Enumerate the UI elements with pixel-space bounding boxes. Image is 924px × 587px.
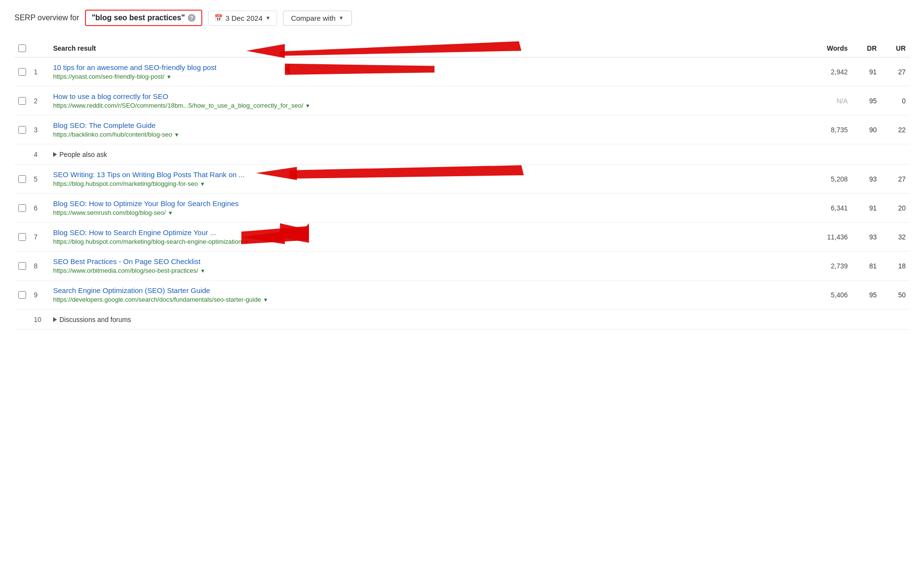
row-num: 6 (30, 194, 49, 223)
check-cell (14, 144, 30, 165)
special-row-label: Discussions and forums (59, 316, 131, 323)
words-cell: 11,436 (803, 223, 852, 252)
serp-header: SERP overview for "blog seo best practic… (14, 10, 910, 26)
result-url-row: https://blog.hubspot.com/marketing/blogg… (53, 180, 799, 187)
result-url-link[interactable]: https://blog.hubspot.com/marketing/blogg… (53, 180, 198, 187)
ur-cell: 27 (881, 57, 910, 86)
url-dropdown-icon[interactable]: ▼ (200, 268, 206, 274)
date-button[interactable]: 📅 3 Dec 2024 ▼ (208, 11, 277, 26)
url-dropdown-icon[interactable]: ▼ (263, 297, 268, 303)
result-cell: SEO Best Practices - On Page SEO Checkli… (49, 252, 803, 280)
row-checkbox[interactable] (18, 68, 26, 76)
special-row-content: Discussions and forums (49, 309, 881, 330)
result-cell: Blog SEO: How to Search Engine Optimize … (49, 223, 803, 252)
expand-triangle-icon (53, 317, 57, 322)
result-title-link[interactable]: SEO Best Practices - On Page SEO Checkli… (53, 257, 799, 266)
result-url-link[interactable]: https://www.orbitmedia.com/blog/seo-best… (53, 267, 198, 274)
row-checkbox[interactable] (18, 175, 26, 183)
col-header-result: Search result (49, 40, 803, 57)
result-url-link[interactable]: https://backlinko.com/hub/content/blog-s… (53, 131, 172, 138)
check-cell (14, 223, 30, 252)
compare-button[interactable]: Compare with ▼ (283, 11, 352, 26)
url-dropdown-icon[interactable]: ▼ (305, 103, 310, 109)
result-title-link[interactable]: SEO Writing: 13 Tips on Writing Blog Pos… (53, 170, 799, 179)
words-cell: 2,739 (803, 252, 852, 280)
ur-cell: 27 (881, 165, 910, 194)
expand-toggle[interactable]: Discussions and forums (53, 316, 131, 323)
check-cell (14, 115, 30, 144)
dr-cell: 91 (852, 194, 881, 223)
result-title-link[interactable]: How to use a blog correctly for SEO (53, 92, 799, 100)
table-row: 9 Search Engine Optimization (SEO) Start… (14, 280, 910, 309)
result-cell: Blog SEO: The Complete Guide https://bac… (49, 115, 803, 144)
compare-chevron-icon: ▼ (338, 15, 344, 21)
special-row-label: People also ask (59, 151, 107, 158)
expand-toggle[interactable]: People also ask (53, 151, 107, 158)
check-cell (14, 165, 30, 194)
url-dropdown-icon[interactable]: ▼ (200, 181, 205, 187)
result-title-link[interactable]: Blog SEO: How to Search Engine Optimize … (53, 228, 799, 237)
table-row: 10 Discussions and forums (14, 309, 910, 330)
result-title-link[interactable]: Blog SEO: How to Optimize Your Blog for … (53, 199, 799, 208)
url-dropdown-icon[interactable]: ▼ (168, 210, 173, 216)
col-header-dr: DR (852, 40, 881, 57)
ur-cell: 20 (881, 194, 910, 223)
row-num: 7 (30, 223, 49, 252)
row-checkbox[interactable] (18, 126, 26, 134)
result-cell: 10 tips for an awesome and SEO-friendly … (49, 57, 803, 86)
keyword-box: "blog seo best practices" ? (85, 10, 202, 26)
url-dropdown-icon[interactable]: ▼ (244, 239, 249, 245)
result-url-row: https://www.reddit.com/r/SEO/comments/18… (53, 102, 799, 109)
row-num: 1 (30, 57, 49, 86)
col-header-ur: UR (881, 40, 910, 57)
result-url-link[interactable]: https://www.semrush.com/blog/blog-seo/ (53, 209, 166, 216)
url-dropdown-icon[interactable]: ▼ (167, 74, 172, 80)
ur-cell: 22 (881, 115, 910, 144)
check-cell (14, 194, 30, 223)
table-row: 1 10 tips for an awesome and SEO-friendl… (14, 57, 910, 86)
row-num: 10 (30, 309, 49, 330)
table-row: 5 SEO Writing: 13 Tips on Writing Blog P… (14, 165, 910, 194)
result-url-link[interactable]: https://www.reddit.com/r/SEO/comments/18… (53, 102, 303, 109)
table-row: 2 How to use a blog correctly for SEO ht… (14, 86, 910, 115)
result-cell: Search Engine Optimization (SEO) Starter… (49, 280, 803, 309)
words-cell: N/A (803, 86, 852, 115)
select-all-checkbox[interactable] (18, 44, 26, 52)
dr-cell: 91 (852, 57, 881, 86)
result-url-link[interactable]: https://developers.google.com/search/doc… (53, 296, 261, 303)
words-cell: 8,735 (803, 115, 852, 144)
result-title-link[interactable]: 10 tips for an awesome and SEO-friendly … (53, 63, 799, 71)
help-icon[interactable]: ? (188, 14, 196, 22)
special-row-content: People also ask (49, 144, 881, 165)
dr-cell: 93 (852, 165, 881, 194)
words-cell: 2,942 (803, 57, 852, 86)
row-checkbox[interactable] (18, 204, 26, 212)
result-url-row: https://blog.hubspot.com/marketing/blog-… (53, 238, 799, 245)
row-checkbox[interactable] (18, 262, 26, 270)
result-url-link[interactable]: https://blog.hubspot.com/marketing/blog-… (53, 238, 242, 245)
dr-cell: 90 (852, 115, 881, 144)
serp-label: SERP overview for (14, 14, 79, 22)
calendar-icon: 📅 (214, 14, 223, 22)
date-text: 3 Dec 2024 (225, 14, 263, 22)
row-num: 5 (30, 165, 49, 194)
url-dropdown-icon[interactable]: ▼ (174, 132, 179, 138)
row-num: 4 (30, 144, 49, 165)
result-url-row: https://www.semrush.com/blog/blog-seo/ ▼ (53, 209, 799, 216)
result-title-link[interactable]: Blog SEO: The Complete Guide (53, 121, 799, 129)
table-row: 3 Blog SEO: The Complete Guide https://b… (14, 115, 910, 144)
row-checkbox[interactable] (18, 233, 26, 241)
row-checkbox[interactable] (18, 97, 26, 105)
compare-label: Compare with (291, 14, 336, 22)
table-row: 8 SEO Best Practices - On Page SEO Check… (14, 252, 910, 280)
result-title-link[interactable]: Search Engine Optimization (SEO) Starter… (53, 286, 799, 294)
row-checkbox[interactable] (18, 291, 26, 299)
dr-cell: 81 (852, 252, 881, 280)
result-url-link[interactable]: https://yoast.com/seo-friendly-blog-post… (53, 73, 165, 80)
ur-cell: 50 (881, 280, 910, 309)
result-url-row: https://backlinko.com/hub/content/blog-s… (53, 131, 799, 138)
check-cell (14, 252, 30, 280)
table-row: 7 Blog SEO: How to Search Engine Optimiz… (14, 223, 910, 252)
col-header-num (30, 40, 49, 57)
result-cell: SEO Writing: 13 Tips on Writing Blog Pos… (49, 165, 803, 194)
